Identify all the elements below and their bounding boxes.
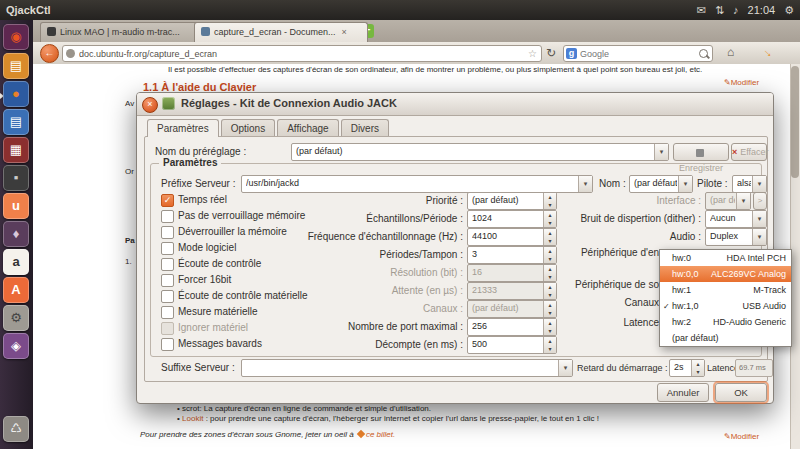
launcher-files[interactable]: ▤ [3,53,29,79]
spin-arrows-icon[interactable]: ▴▾ [691,360,704,376]
launcher-settings[interactable]: ⚙ [3,305,29,331]
download-arrow-icon[interactable]: → [760,43,778,61]
preset-combo[interactable]: (par défaut) ▾ [291,143,669,161]
network-icon[interactable]: ⇅ [715,0,724,20]
session-gear-icon[interactable]: ⚙ [784,0,794,20]
tab-options[interactable]: Options [221,119,275,137]
tab-linux-mao[interactable]: Linux MAO | m-audio m-trac... [40,22,206,42]
checkbox-hw-monitor[interactable] [161,290,174,303]
search-box[interactable]: g [563,45,713,62]
dropdown-item-hw10-selected[interactable]: ✓hw:1,0USB Audio [660,298,791,314]
billet-link[interactable]: ce billet. [366,430,395,439]
launcher-app-dark[interactable]: ▪ [3,165,29,191]
samplerate-spin[interactable]: 44100▴▾ [467,228,557,246]
priority-spin[interactable]: (par défaut)▴▾ [467,192,557,210]
dropdown-item-hw00-highlighted[interactable]: hw:0,0ALC269VC Analog [660,266,791,282]
tab-divers[interactable]: Divers [341,119,389,137]
wordlength-label: Résolution (bit) : [287,267,463,278]
window-close-button[interactable]: × [142,97,158,113]
chevron-down-icon[interactable]: ▾ [678,176,692,192]
launcher-app-purple[interactable]: ♦ [3,221,29,247]
server-suffix-combo[interactable]: ▾ [241,359,573,377]
server-name-combo[interactable]: (par défaut) ▾ [629,175,693,193]
channels-label: Canaux : [287,303,463,314]
checkbox-monitor[interactable] [161,258,174,271]
chevron-down-icon[interactable]: ▾ [752,176,766,192]
pencil-icon: ✎ [724,78,731,87]
checkbox-hw-meter[interactable] [161,306,174,319]
site-identity-icon[interactable] [66,49,75,58]
modify-link-top[interactable]: ✎Modifier [724,78,759,88]
checkbox-soft-mode[interactable] [161,242,174,255]
clock[interactable]: 21:04 [748,0,776,20]
text-fragment: Or [125,167,134,177]
checkbox-label: Déverrouiller la mémoire [178,226,287,237]
driver-combo[interactable]: alsa ▾ [732,175,767,193]
chevron-down-icon[interactable]: ▾ [578,176,592,192]
checkbox-unlock-memory[interactable] [161,226,174,239]
dialog-titlebar[interactable]: × Réglages - Kit de Connexion Audio JACK [137,93,773,116]
cancel-button[interactable]: Annuler [657,383,709,402]
launcher-amazon[interactable]: a [3,249,29,275]
bullet-icon: • [177,404,180,413]
qjackctl-settings-dialog: × Réglages - Kit de Connexion Audio JACK… [136,92,774,404]
start-delay-label: Retard du démarrage : [577,363,668,373]
scrollbar-thumb[interactable] [791,66,799,178]
checkbox-no-memory-lock[interactable] [161,210,174,223]
timeout-spin[interactable]: 500▴▾ [467,336,557,354]
back-button[interactable]: ← [40,44,59,63]
search-icon[interactable] [699,49,708,58]
start-delay-spin[interactable]: 2s▴▾ [669,359,705,377]
audio-combo[interactable]: Duplex▾ [705,228,767,246]
modify-link-bottom[interactable]: ✎Modifier [724,432,759,442]
launcher-trash[interactable]: ♺ [3,416,29,442]
launcher-ubuntu-one[interactable]: u [3,193,29,219]
server-path-combo[interactable]: /usr/bin/jackd ▾ [241,175,593,193]
software-center-icon: A [11,282,20,297]
tab-parametres[interactable]: Paramètres [147,119,219,137]
dropdown-item-hw1[interactable]: hw:1M-Track [660,282,791,298]
dropdown-item-default[interactable]: (par défaut) [660,330,791,346]
url-input[interactable] [79,46,525,61]
reload-icon[interactable]: ↻ [546,46,556,60]
priority-label: Priorité : [287,195,463,206]
checkbox-label: Forcer 16bit [178,274,231,285]
chevron-down-icon[interactable]: ▾ [752,211,766,227]
dither-combo[interactable]: Aucun▾ [705,210,767,228]
tab-capture-ecran[interactable]: capture_d_ecran - Documen...× [194,22,368,42]
checkbox-force-16bit[interactable] [161,274,174,287]
launcher-software-center[interactable]: A [3,277,29,303]
chevron-down-icon[interactable]: ▾ [654,144,668,160]
checkbox-ignore-hw[interactable] [161,322,174,335]
interface-combo[interactable]: (par défaut)▾ [705,192,751,210]
chevron-down-icon[interactable]: ▾ [736,193,750,209]
save-preset-button[interactable]: Enregistrer [673,143,729,161]
launcher-app-red[interactable]: ▦ [3,137,29,163]
search-engine-icon[interactable]: g [566,48,577,59]
url-bar[interactable]: ☆ [62,45,542,62]
search-input[interactable] [580,46,696,61]
frames-spin[interactable]: 1024▴▾ [467,210,557,228]
volume-icon[interactable]: ♪ [733,0,739,20]
chevron-down-icon[interactable]: ▾ [752,229,766,245]
dropdown-item-hw2[interactable]: hw:2HD-Audio Generic [660,314,791,330]
checkbox-verbose[interactable] [161,338,174,351]
ok-button[interactable]: OK [715,383,767,402]
delete-preset-button[interactable]: ×Effacer [731,143,767,161]
dropdown-item-hw0[interactable]: hw:0HDA Intel PCH [660,250,791,266]
interface-more-button[interactable]: > [753,192,767,210]
launcher-ubuntu-home[interactable]: ◉ [3,24,29,50]
launcher-app-violet[interactable]: ◈ [3,333,29,359]
mail-icon[interactable]: ✉ [697,0,706,20]
checkbox-realtime[interactable]: ✓ [161,194,174,207]
lookit-link[interactable]: Lookit [182,414,203,423]
home-icon[interactable]: ⌂ [727,45,734,59]
tab-close-icon[interactable]: × [342,27,347,37]
launcher-firefox[interactable]: ● [3,81,29,107]
spin-arrows-icon[interactable]: ▴▾ [543,337,556,353]
check-icon: ✓ [663,302,672,311]
bookmark-star-icon[interactable]: ☆ [528,47,537,60]
tab-affichage[interactable]: Affichage [277,119,339,137]
chevron-down-icon[interactable]: ▾ [558,360,572,376]
launcher-writer[interactable]: ▤ [3,109,29,135]
